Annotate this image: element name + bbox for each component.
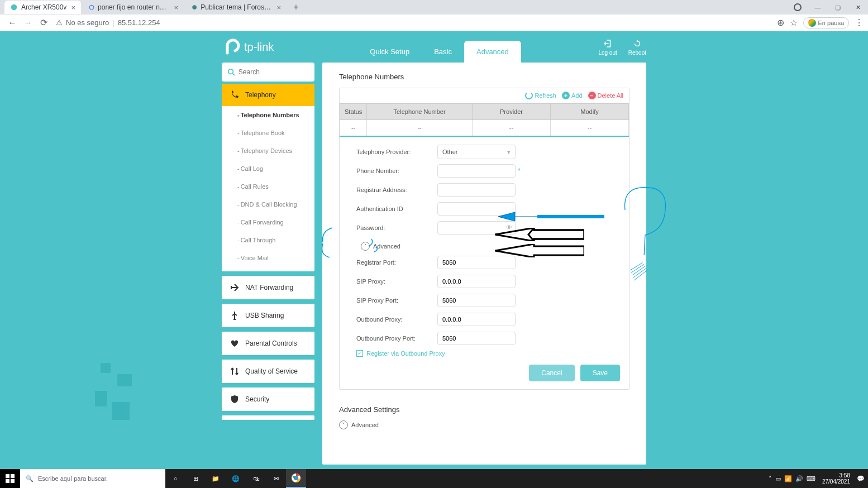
profile-pause-pill[interactable]: En pausa — [803, 17, 849, 28]
sub-telephone-book[interactable]: -Telephone Book — [222, 124, 314, 142]
password-label: Password: — [356, 224, 437, 231]
svg-rect-10 — [6, 474, 9, 478]
menu-parental[interactable]: Parental Controls — [222, 332, 314, 355]
sub-call-log[interactable]: -Call Log — [222, 160, 314, 178]
tray-volume-icon[interactable]: 🔊 — [795, 475, 803, 482]
sub-dnd-blocking[interactable]: -DND & Call Blocking — [222, 195, 314, 213]
account-icon[interactable] — [788, 0, 808, 15]
close-icon[interactable]: × — [174, 3, 178, 12]
tab-adslzone[interactable]: Publicar tema | Foros ADSLZone × — [186, 1, 287, 14]
nav-basic[interactable]: Basic — [422, 41, 464, 63]
back-button[interactable]: ← — [4, 15, 20, 31]
advanced-toggle[interactable]: ˄ Advanced — [361, 242, 618, 251]
menu-nat[interactable]: NAT Forwarding — [222, 276, 314, 299]
chrome-icon[interactable] — [286, 469, 306, 488]
password-input[interactable] — [437, 221, 516, 235]
menu-placeholder — [222, 415, 314, 420]
menu-security[interactable]: Security — [222, 387, 314, 411]
taskbar-clock[interactable]: 3:58 27/04/2021 — [819, 472, 853, 485]
edge-icon[interactable]: 🌐 — [226, 469, 246, 488]
refresh-button[interactable]: Refresh — [525, 92, 556, 99]
menu-parental-card: Parental Controls — [222, 332, 314, 355]
sip-proxy-input[interactable] — [437, 275, 516, 288]
sub-voice-mail[interactable]: -Voice Mail — [222, 249, 314, 267]
store-icon[interactable]: 🛍 — [246, 469, 266, 488]
minimize-button[interactable]: — — [808, 0, 828, 15]
checkbox-icon: ✓ — [356, 350, 363, 357]
sub-call-rules[interactable]: -Call Rules — [222, 178, 314, 195]
th-number: Telephone Number — [367, 104, 473, 120]
advanced-toggle-2[interactable]: ˅ Advanced — [339, 420, 629, 429]
taskbar-search[interactable]: 🔍 Escribe aquí para buscar. — [20, 469, 165, 488]
menu-usb[interactable]: USB Sharing — [222, 304, 314, 327]
tab-label: Archer XR500v — [21, 3, 66, 11]
mail-icon[interactable]: ✉ — [266, 469, 286, 488]
tray-chevron-icon[interactable]: ˄ — [769, 475, 772, 482]
menu-nat-card: NAT Forwarding — [222, 276, 314, 299]
phone-label: Phone Number: — [356, 168, 437, 174]
maximize-button[interactable]: ▢ — [828, 0, 848, 15]
notifications-icon[interactable]: 💬 — [857, 475, 865, 482]
save-button[interactable]: Save — [580, 365, 620, 381]
svg-rect-11 — [11, 474, 15, 478]
menu-usb-card: USB Sharing — [222, 304, 314, 327]
close-icon[interactable]: × — [276, 3, 281, 12]
key-icon[interactable]: ⊛ — [777, 17, 784, 28]
sub-call-forwarding[interactable]: -Call Forwarding — [222, 213, 314, 231]
reload-button[interactable]: ⟳ — [36, 15, 51, 31]
start-button[interactable] — [0, 469, 20, 488]
search-box[interactable] — [222, 63, 314, 82]
tab-archer[interactable]: Archer XR500v × — [4, 1, 81, 14]
nav-quick-setup[interactable]: Quick Setup — [357, 41, 422, 63]
clock-date: 27/04/2021 — [822, 479, 850, 485]
close-window-button[interactable]: ✕ — [848, 0, 868, 15]
tray-battery-icon[interactable]: ▭ — [775, 475, 781, 482]
cell-status: -- — [340, 120, 367, 137]
close-icon[interactable]: × — [71, 3, 75, 12]
search-input[interactable] — [239, 68, 309, 76]
out-proxy-input[interactable] — [437, 313, 516, 326]
reg-port-input[interactable] — [437, 256, 516, 269]
tab-google[interactable]: poner fijo en router neutro oran… × — [83, 1, 184, 14]
provider-select[interactable]: Other ▾ — [437, 145, 516, 159]
form-area: Telephony Provider: Other ▾ Phone Number… — [340, 137, 629, 357]
registrar-input[interactable] — [437, 183, 516, 197]
sub-telephony-devices[interactable]: -Telephony Devices — [222, 142, 314, 160]
reboot-button[interactable]: Reboot — [628, 39, 646, 56]
svg-rect-13 — [11, 479, 15, 483]
profile-orb-icon — [808, 19, 816, 27]
sub-call-through[interactable]: -Call Through — [222, 231, 314, 249]
usb-icon — [230, 310, 240, 320]
out-port-input[interactable] — [437, 332, 516, 345]
tray-lang-icon[interactable]: ⌨ — [807, 475, 815, 482]
delete-all-button[interactable]: −Delete All — [588, 92, 623, 99]
eye-icon[interactable]: 👁 — [506, 224, 512, 231]
nav-advanced[interactable]: Advanced — [464, 41, 521, 63]
registrar-label: Registrar Address: — [356, 186, 437, 193]
taskbar-apps: ○ ⊞ 📁 🌐 🛍 ✉ — [165, 469, 306, 488]
new-tab-button[interactable]: + — [289, 0, 303, 15]
search-icon: 🔍 — [26, 475, 34, 482]
sub-telephone-numbers[interactable]: -Telephone Numbers — [222, 106, 314, 124]
menu-icon[interactable]: ⋮ — [855, 17, 864, 28]
cortana-icon[interactable]: ○ — [165, 469, 185, 488]
taskview-icon[interactable]: ⊞ — [185, 469, 206, 488]
cancel-button[interactable]: Cancel — [529, 365, 574, 381]
phone-input[interactable] — [437, 164, 516, 178]
menu-telephony[interactable]: Telephony — [222, 84, 314, 106]
menu-qos[interactable]: Quality of Service — [222, 360, 314, 383]
register-checkbox-row[interactable]: ✓ Register via Outbound Proxy — [356, 350, 618, 357]
star-icon[interactable]: ☆ — [790, 17, 798, 28]
auth-input[interactable] — [437, 202, 516, 216]
chevron-up-icon: ˄ — [361, 242, 370, 251]
explorer-icon[interactable]: 📁 — [206, 469, 226, 488]
tray-wifi-icon[interactable]: 📶 — [784, 475, 792, 482]
add-button[interactable]: +Add — [562, 92, 583, 99]
forward-button[interactable]: → — [20, 15, 36, 31]
menu-telephony-card: Telephony -Telephone Numbers -Telephone … — [222, 84, 314, 271]
sip-port-input[interactable] — [437, 294, 516, 307]
out-port-label: Outbound Proxy Port: — [356, 335, 437, 342]
url-box[interactable]: ⚠ No es seguro | 85.51.12.254 — [51, 18, 777, 27]
qos-icon — [230, 366, 240, 376]
logout-button[interactable]: Log out — [598, 39, 617, 56]
